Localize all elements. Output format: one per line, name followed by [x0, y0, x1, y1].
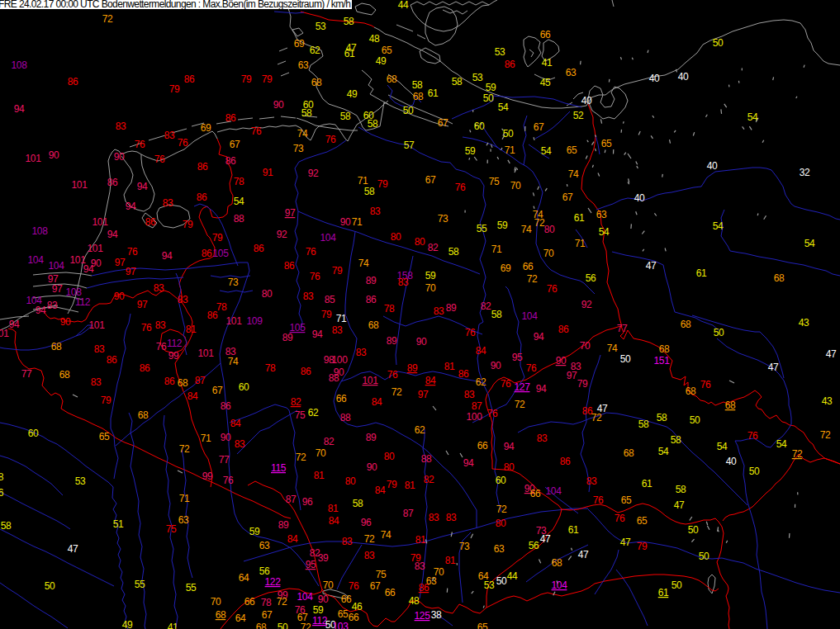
svg-text:101: 101: [88, 243, 104, 254]
svg-text:63: 63: [178, 514, 189, 526]
svg-text:58: 58: [353, 498, 363, 509]
svg-text:86: 86: [419, 582, 429, 594]
svg-text:83: 83: [303, 291, 314, 302]
svg-text:79: 79: [183, 219, 193, 230]
svg-text:74: 74: [568, 168, 579, 180]
svg-text:50: 50: [714, 327, 724, 338]
svg-text:69: 69: [201, 122, 211, 134]
svg-text:86: 86: [197, 161, 208, 173]
svg-text:94: 94: [83, 263, 94, 275]
svg-text:89: 89: [446, 302, 457, 314]
svg-text:71: 71: [352, 216, 363, 228]
svg-text:53: 53: [316, 21, 326, 32]
svg-text:63: 63: [596, 209, 607, 220]
svg-text:61: 61: [428, 87, 439, 99]
svg-text:86: 86: [68, 76, 78, 87]
svg-text:54: 54: [747, 111, 758, 123]
svg-text:82: 82: [291, 396, 301, 408]
svg-text:72: 72: [277, 596, 287, 608]
svg-text:90: 90: [340, 216, 351, 228]
svg-text:67: 67: [370, 580, 381, 592]
svg-text:104: 104: [320, 232, 337, 244]
svg-text:68: 68: [681, 319, 691, 330]
svg-text:50: 50: [749, 466, 760, 477]
svg-text:88: 88: [340, 412, 351, 423]
svg-text:41: 41: [168, 622, 178, 629]
svg-text:83: 83: [178, 294, 188, 305]
svg-text:68: 68: [387, 73, 397, 85]
svg-text:94: 94: [9, 319, 20, 330]
svg-text:104: 104: [522, 310, 539, 322]
svg-text:103: 103: [333, 621, 349, 629]
svg-text:47: 47: [674, 499, 685, 511]
svg-text:78: 78: [234, 176, 244, 187]
svg-text:59: 59: [249, 526, 260, 537]
svg-text:43: 43: [822, 395, 833, 407]
svg-text:66: 66: [341, 594, 352, 605]
svg-text:56: 56: [586, 272, 596, 284]
svg-text:6: 6: [0, 487, 4, 499]
svg-text:89: 89: [387, 335, 397, 347]
svg-text:90: 90: [114, 291, 125, 302]
svg-text:90: 90: [49, 149, 59, 161]
svg-text:63: 63: [259, 540, 270, 551]
svg-text:83: 83: [415, 560, 425, 572]
svg-text:66: 66: [530, 488, 541, 499]
svg-text:97: 97: [115, 257, 126, 268]
svg-text:68: 68: [368, 319, 379, 331]
svg-text:94: 94: [504, 441, 515, 452]
svg-text:76: 76: [465, 327, 476, 338]
svg-text:71: 71: [358, 175, 368, 187]
svg-text:76: 76: [593, 494, 604, 506]
svg-text:95: 95: [512, 352, 523, 363]
svg-text:86: 86: [202, 248, 212, 259]
svg-text:112: 112: [167, 338, 183, 349]
svg-text:83: 83: [154, 282, 164, 294]
svg-text:86: 86: [560, 456, 571, 467]
svg-text:81: 81: [415, 534, 426, 546]
svg-text:76: 76: [178, 137, 188, 149]
svg-text:61: 61: [344, 48, 355, 59]
svg-text:89: 89: [407, 362, 418, 374]
svg-text:87: 87: [403, 508, 414, 519]
svg-text:49: 49: [122, 619, 133, 629]
svg-text:83: 83: [47, 300, 58, 311]
svg-text:61: 61: [642, 478, 653, 489]
svg-text:72: 72: [527, 273, 538, 285]
svg-text:72: 72: [496, 504, 507, 515]
svg-text:47: 47: [540, 533, 551, 545]
svg-text:49: 49: [347, 88, 358, 100]
svg-text:72: 72: [296, 452, 306, 463]
svg-text:97: 97: [137, 299, 148, 310]
svg-text:76: 76: [154, 154, 165, 165]
svg-text:76: 76: [310, 271, 320, 282]
svg-text:61: 61: [658, 587, 669, 598]
svg-text:59: 59: [497, 220, 508, 231]
svg-text:58: 58: [671, 434, 681, 446]
svg-text:80: 80: [345, 475, 356, 487]
svg-text:97: 97: [418, 389, 429, 400]
svg-text:53: 53: [75, 475, 86, 487]
svg-text:50: 50: [699, 551, 709, 562]
svg-text:47: 47: [620, 537, 631, 548]
svg-text:97: 97: [285, 207, 296, 219]
svg-text:104: 104: [546, 485, 562, 497]
svg-text:77: 77: [617, 323, 628, 334]
svg-text:66: 66: [244, 596, 255, 608]
svg-text:39: 39: [318, 552, 329, 564]
svg-text:66: 66: [523, 261, 534, 272]
svg-text:101: 101: [0, 328, 9, 339]
svg-text:84: 84: [230, 418, 241, 429]
svg-text:67: 67: [262, 609, 273, 621]
svg-text:104: 104: [297, 591, 314, 603]
svg-text:86: 86: [140, 362, 150, 374]
svg-text:48: 48: [409, 595, 420, 607]
svg-text:74: 74: [381, 529, 392, 541]
svg-text:50: 50: [503, 128, 514, 140]
svg-text:66: 66: [540, 29, 551, 40]
svg-text:83: 83: [446, 512, 457, 523]
svg-text:101: 101: [72, 179, 88, 191]
svg-text:86: 86: [254, 243, 264, 254]
svg-text:50: 50: [713, 37, 724, 49]
svg-text:78: 78: [384, 303, 395, 314]
